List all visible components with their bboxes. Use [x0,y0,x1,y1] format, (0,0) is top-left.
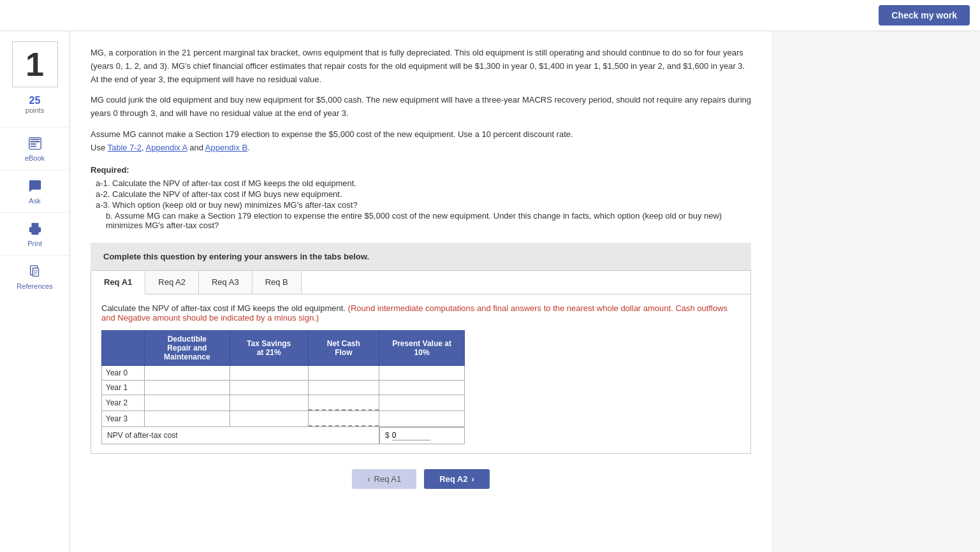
answer-instruction-box: Complete this question by entering your … [91,243,751,270]
year0-label: Year 0 [102,365,145,380]
year1-deductible-input[interactable] [145,381,230,395]
year3-label: Year 3 [102,410,145,426]
nav-prev-button[interactable]: ‹ Req A1 [352,469,416,489]
year1-label: Year 1 [102,380,145,395]
tabs-header: Req A1 Req A2 Req A3 Req B [91,271,750,294]
sidebar-item-ask[interactable]: Ask [0,170,69,212]
ebook-icon [27,135,43,152]
req-item-b: b. Assume MG can make a Section 179 elec… [106,211,751,230]
paragraph-3: Assume MG cannot make a Section 179 elec… [91,128,751,155]
tab-req-a1[interactable]: Req A1 [91,271,145,294]
tab-instruction-main: Calculate the NPV of after-tax cost if M… [101,303,346,313]
print-icon [27,221,43,237]
sidebar: 1 25 points eBook Ask Print [0,31,70,552]
table-row-year2: Year 2 [102,395,465,410]
tab-instruction: Calculate the NPV of after-tax cost if M… [101,303,740,323]
data-table: DeductibleRepair andMaintenance Tax Savi… [101,330,465,445]
year0-net-cash-input[interactable] [309,366,379,380]
paragraph-3-text: Assume MG cannot make a Section 179 elec… [91,129,573,139]
col-header-deductible: DeductibleRepair andMaintenance [144,330,230,365]
year3-deductible-cell [144,410,230,426]
year3-net-cash-input[interactable] [309,411,379,426]
col-header-empty [102,330,145,365]
year3-tax-savings-input[interactable] [230,412,308,426]
tab-req-a2[interactable]: Req A2 [145,271,199,294]
top-bar: Check my work [0,0,980,31]
chevron-left-icon: ‹ [367,474,370,484]
tab-req-a3[interactable]: Req A3 [199,271,252,294]
nav-prev-label: Req A1 [374,474,402,484]
year1-net-cash-input[interactable] [309,381,379,395]
answer-instruction-text: Complete this question by entering your … [103,252,369,261]
year2-net-cash-input[interactable] [309,395,379,410]
year1-tax-savings-input[interactable] [230,381,308,395]
points-value: 25 [26,95,44,106]
check-work-button[interactable]: Check my work [879,5,970,25]
table-row-npv: NPV of after-tax cost $ [102,426,465,444]
nav-next-label: Req A2 [439,474,467,484]
table-row-year3: Year 3 [102,410,465,426]
req-item-a1: a-1. Calculate the NPV of after-tax cost… [96,178,751,188]
year1-pv-cell [379,380,465,395]
table-row-year1: Year 1 [102,380,465,395]
npv-value-input[interactable] [392,431,430,440]
year0-pv-cell [379,365,465,380]
year2-tax-savings-cell [230,395,308,410]
problem-text: MG, a corporation in the 21 percent marg… [91,47,751,155]
sidebar-item-ebook[interactable]: eBook [0,127,69,170]
year2-label: Year 2 [102,395,145,410]
paragraph-2: MG could junk the old equipment and buy … [91,94,751,120]
year2-deductible-cell [144,395,230,410]
references-label: References [17,282,52,290]
year0-tax-savings-input[interactable] [230,366,308,380]
tabs-container: Req A1 Req A2 Req A3 Req B Calculate the… [91,270,751,454]
question-number: 1 [26,45,44,84]
link-table72[interactable]: Table 7-2 [108,143,142,152]
question-number-box: 1 [12,41,58,87]
ask-icon [27,178,43,194]
year2-pv-input[interactable] [379,396,464,410]
year0-deductible-cell [144,365,230,380]
ebook-label: eBook [25,154,45,162]
year2-deductible-input[interactable] [145,396,230,410]
paragraph-3-period: . [247,143,250,152]
paragraph-3-and: and [187,143,205,152]
sidebar-item-references[interactable]: References [0,255,69,298]
year1-net-cash-cell [308,380,379,395]
year0-net-cash-cell [308,365,379,380]
req-item-a2: a-2. Calculate the NPV of after-tax cost… [96,189,751,199]
year3-deductible-input[interactable] [145,412,230,426]
year2-net-cash-cell [308,395,379,410]
points-box: 25 points [26,95,44,114]
paragraph-3-use: Use [91,143,108,152]
link-appendixa[interactable]: Appendix A [146,143,187,152]
points-label: points [26,106,44,114]
sidebar-item-print[interactable]: Print [0,212,69,255]
table-row-year0: Year 0 [102,365,465,380]
year1-tax-savings-cell [230,380,308,395]
col-header-tax-savings: Tax Savingsat 21% [230,330,308,365]
year0-deductible-input[interactable] [145,366,230,380]
year3-pv-input[interactable] [379,412,464,426]
year0-tax-savings-cell [230,365,308,380]
col-header-net-cash: Net CashFlow [308,330,379,365]
required-section: Required: a-1. Calculate the NPV of afte… [91,165,751,230]
nav-next-button[interactable]: Req A2 › [424,469,490,489]
year2-tax-savings-input[interactable] [230,396,308,410]
npv-currency: $ [385,431,390,440]
year2-pv-cell [379,395,465,410]
chevron-right-icon: › [471,474,474,484]
ask-label: Ask [29,197,40,205]
content-area: MG, a corporation in the 21 percent marg… [70,31,772,552]
year1-deductible-cell [144,380,230,395]
link-appendixb[interactable]: Appendix B [205,143,248,152]
print-label: Print [27,240,42,247]
nav-buttons: ‹ Req A1 Req A2 › [91,469,751,489]
year0-pv-input[interactable] [379,366,464,380]
year3-net-cash-cell [308,410,379,426]
year1-pv-input[interactable] [379,381,464,395]
tab-req-b[interactable]: Req B [252,271,302,294]
npv-value-cell: $ [379,427,464,444]
req-item-a3: a-3. Which option (keep old or buy new) … [96,200,751,210]
required-label: Required: [91,165,751,175]
